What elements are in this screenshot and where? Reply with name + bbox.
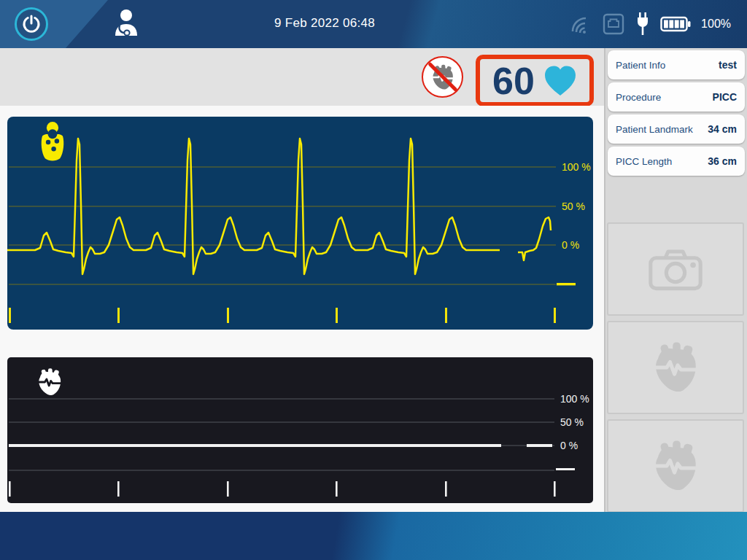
patient-landmark-label: Patient Landmark xyxy=(616,124,693,135)
torso-lead-icon xyxy=(42,122,64,160)
datetime-label: 9 Feb 2022 06:48 xyxy=(248,16,401,31)
patient-landmark-value: 34 cm xyxy=(708,123,737,135)
ecg-time-ticks xyxy=(9,308,556,323)
p-time-ticks xyxy=(9,481,556,497)
status-tray: 100% xyxy=(568,0,731,48)
heart-icon xyxy=(543,65,577,97)
main-content: 100 % 50 % 0 % xyxy=(0,106,604,512)
heart-placeholder-icon xyxy=(651,440,700,492)
battery-icon xyxy=(660,16,691,32)
cardiac-heart-icon xyxy=(39,368,61,395)
picc-length-label: PICC Length xyxy=(616,156,672,167)
device-screen: 9 Feb 2022 06:48 xyxy=(0,0,747,560)
ecg-axis-0: 0 % xyxy=(562,239,579,251)
patient-info-label: Patient Info xyxy=(616,60,665,71)
heart-rate-panel: 60 xyxy=(476,55,594,106)
ecg-trace-sweep-tail xyxy=(518,217,551,260)
procedure-value: PICC xyxy=(713,91,737,103)
clinician-icon xyxy=(109,8,142,40)
heart-placeholder-icon xyxy=(651,341,700,394)
power-icon xyxy=(22,15,41,34)
patient-info-value: test xyxy=(719,59,737,71)
p-marker-dash xyxy=(556,468,575,470)
ecg-waveform-chart: 100 % 50 % 0 % xyxy=(7,117,593,330)
ethernet-icon xyxy=(602,12,625,36)
p-wave-chart: 100 % 50 % 0 % xyxy=(7,357,593,503)
patient-info-field[interactable]: Patient Info test xyxy=(608,50,745,79)
camera-placeholder-icon xyxy=(648,246,703,292)
sidebar: Patient Info test Procedure PICC Patient… xyxy=(604,48,747,512)
wifi-icon xyxy=(568,14,592,34)
snapshot-slot-1 xyxy=(607,222,744,316)
ecg-axis-100: 100 % xyxy=(562,161,591,173)
ecg-chart-canvas: 100 % 50 % 0 % xyxy=(7,117,593,330)
picc-length-field[interactable]: PICC Length 36 cm xyxy=(608,147,745,176)
p-axis-100: 100 % xyxy=(560,393,589,405)
p-chart-canvas: 100 % 50 % 0 % xyxy=(7,357,593,503)
heart-rate-value: 60 xyxy=(492,62,535,100)
vitals-header: 60 xyxy=(0,48,604,106)
ecg-axis-50: 50 % xyxy=(562,201,585,212)
ecg-marker-dash xyxy=(557,283,576,285)
power-button[interactable] xyxy=(15,7,48,41)
p-axis-0: 0 % xyxy=(560,440,578,451)
p-axis-50: 50 % xyxy=(560,416,584,428)
battery-percent-label: 100% xyxy=(701,18,731,31)
power-plug-icon xyxy=(635,12,650,36)
clinician-button[interactable] xyxy=(109,8,142,40)
top-bar: 9 Feb 2022 06:48 xyxy=(0,0,747,48)
procedure-field[interactable]: Procedure PICC xyxy=(608,82,745,112)
picc-length-value: 36 cm xyxy=(708,155,737,167)
snapshot-slot-3 xyxy=(607,419,744,513)
procedure-label: Procedure xyxy=(616,92,661,103)
bottom-toolbar: Finish xyxy=(0,512,747,560)
snapshot-slot-2 xyxy=(607,321,744,414)
hr-detection-off-indicator xyxy=(422,56,463,98)
patient-landmark-field[interactable]: Patient Landmark 34 cm xyxy=(608,114,745,144)
